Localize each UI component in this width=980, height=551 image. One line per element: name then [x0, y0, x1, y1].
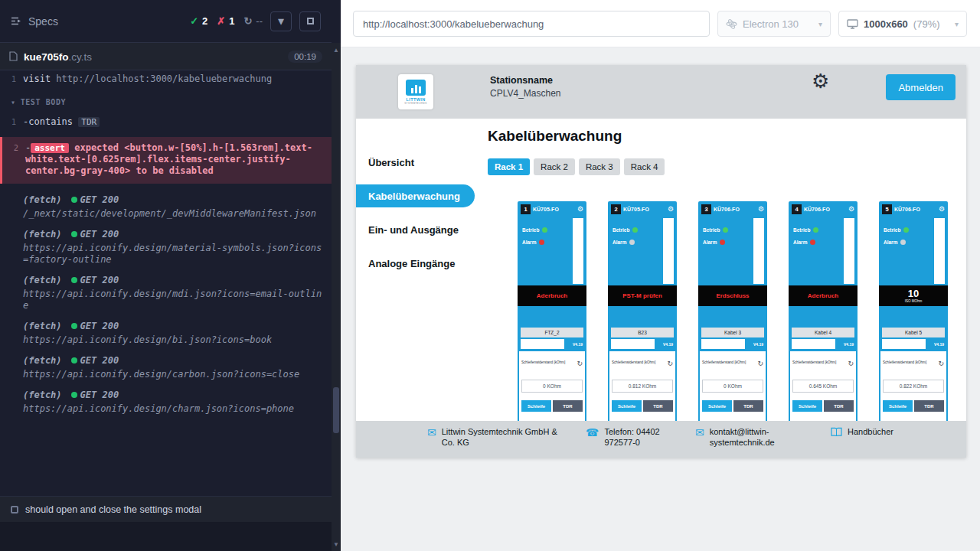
app-viewport: LITTWIN SYSTEMTECHNIK Stationsname CPLV4…: [356, 65, 966, 458]
app-main: Kabelüberwachung Rack 1 Rack 2 Rack 3: [475, 119, 966, 421]
schleife-button[interactable]: Schleife: [612, 400, 642, 412]
card-settings-icon[interactable]: ⚙: [848, 206, 854, 213]
betrieb-led-icon: [542, 227, 547, 233]
card-meter: [934, 218, 945, 284]
stop-icon: [307, 18, 314, 24]
footer-manuals[interactable]: Handbücher: [831, 427, 893, 458]
refresh-icon[interactable]: ↻: [667, 360, 673, 367]
url-input[interactable]: [353, 11, 710, 37]
card-settings-icon[interactable]: ⚙: [577, 206, 583, 213]
scrollbar-thumb[interactable]: [333, 387, 339, 433]
alarm-indicator: Alarm: [793, 240, 839, 245]
phone-icon: ☎: [586, 427, 599, 458]
card-field: [792, 339, 835, 349]
fetch-log-entry[interactable]: (fetch)GET 200 https://api.iconify.desig…: [0, 270, 332, 316]
test-body-section[interactable]: ▾ TEST BODY: [0, 98, 332, 108]
card-meter: [753, 218, 764, 284]
betrieb-indicator: Betrieb: [703, 227, 749, 233]
refresh-icon[interactable]: ↻: [757, 360, 763, 367]
viewport-select[interactable]: 1000x660 (79%) ▾: [838, 11, 967, 37]
viewport-size: 1000x660: [864, 18, 908, 30]
command-visit[interactable]: 1 visit http://localhost:3000/kabelueber…: [0, 70, 332, 88]
footer-phone[interactable]: ☎ Telefon: 04402 972577-0: [586, 427, 695, 458]
fetch-log-entry[interactable]: (fetch)GET 200 /_next/static/development…: [0, 190, 332, 224]
firmware-version: V4.19: [844, 342, 854, 347]
sidebar-item-label: Analoge Eingänge: [368, 258, 455, 269]
rack-tab-label: Rack 3: [586, 162, 613, 171]
station-label: Stationsname: [490, 75, 561, 86]
sidebar-item[interactable]: Analoge Eingänge: [356, 252, 475, 275]
sidebar-item[interactable]: Kabelüberwachung: [356, 184, 475, 207]
tdr-button[interactable]: TDR: [643, 400, 673, 412]
schleife-button[interactable]: Schleife: [792, 400, 822, 412]
scroll-down-icon[interactable]: ▼: [332, 539, 341, 549]
chevron-down-icon: ▾: [818, 20, 822, 28]
alarm-indicator: Alarm: [703, 240, 749, 245]
passed-stat: ✓ 2: [190, 15, 207, 27]
card-number: 5: [882, 204, 892, 214]
command-assert-failed[interactable]: 2 -assert expected <button.w-[50%].h-[1.…: [0, 137, 332, 184]
rack-tab[interactable]: Rack 1: [488, 158, 530, 175]
command-arg: TDR: [78, 117, 100, 127]
card-status-display: Aderbruch: [518, 285, 586, 306]
tdr-button[interactable]: TDR: [553, 400, 583, 412]
collapse-button[interactable]: ▾: [270, 11, 292, 31]
firmware-version: V4.19: [663, 342, 673, 347]
tdr-button[interactable]: TDR: [824, 400, 854, 412]
schleife-button[interactable]: Schleife: [521, 400, 551, 412]
schleife-button[interactable]: Schleife: [702, 400, 732, 412]
rack-tab[interactable]: Rack 4: [624, 158, 665, 175]
fetch-log-entry[interactable]: (fetch)GET 200 https://api.iconify.desig…: [0, 385, 332, 419]
sidebar-item[interactable]: Übersicht: [356, 151, 475, 174]
fetch-tag: (fetch): [23, 275, 62, 285]
logout-button[interactable]: Abmelden: [886, 74, 956, 100]
card-settings-icon[interactable]: ⚙: [939, 206, 945, 213]
browser-select[interactable]: Electron 130 ▾: [717, 11, 831, 37]
rack-tab[interactable]: Rack 3: [579, 158, 620, 175]
fetch-status: GET 200: [80, 275, 119, 285]
card-settings-icon[interactable]: ⚙: [668, 206, 674, 213]
fetch-tag: (fetch): [23, 321, 62, 331]
refresh-icon[interactable]: ↻: [848, 360, 854, 367]
settings-gear-icon[interactable]: ⚙: [812, 71, 829, 91]
spec-name: kue705fo: [24, 51, 69, 63]
footer-email[interactable]: ✉ kontakt@littwin-systemtechnik.de: [695, 427, 831, 458]
schleife-button[interactable]: Schleife: [883, 400, 913, 412]
resistance-label: Schleifenwiderstand [kOhm]: [702, 360, 746, 365]
card-field: [701, 339, 745, 349]
cable-monitor-card: 5 KÜ706-FO ⚙ Betrieb Alarm: [879, 201, 948, 421]
rack-tab-label: Rack 2: [541, 162, 568, 171]
cable-name: Kabel 5: [882, 328, 945, 337]
fetch-log-entry[interactable]: (fetch)GET 200 https://api.iconify.desig…: [0, 316, 332, 350]
runner-footer: should open and close the settings modal: [0, 496, 332, 551]
fetch-log-entry[interactable]: (fetch)GET 200 https://api.iconify.desig…: [0, 224, 332, 270]
refresh-icon[interactable]: ↻: [577, 360, 583, 367]
alarm-led-icon: [900, 240, 906, 245]
card-settings-icon[interactable]: ⚙: [758, 206, 764, 213]
betrieb-indicator: Betrieb: [612, 227, 658, 233]
cable-monitor-card: 4 KÜ706-FO ⚙ Betrieb Alarm: [789, 201, 858, 421]
command-log: 1 visit http://localhost:3000/kabelueber…: [0, 70, 332, 496]
command-contains[interactable]: 1 -contains TDR: [0, 113, 332, 131]
fetch-status: GET 200: [80, 321, 119, 331]
fetch-log-entry[interactable]: (fetch)GET 200 https://api.iconify.desig…: [0, 350, 332, 385]
tdr-button[interactable]: TDR: [733, 400, 763, 412]
tdr-button[interactable]: TDR: [914, 400, 944, 412]
card-number: 2: [611, 204, 621, 214]
log-scrollbar: ▲ ▼: [332, 43, 341, 551]
betrieb-led-icon: [903, 227, 909, 233]
cypress-runner-panel: Specs ✓ 2 ✗ 1 ↻ -- ▾ kue705fo.cy.ts 00:1…: [0, 0, 341, 551]
card-meter: [844, 218, 854, 284]
rack-tab[interactable]: Rack 2: [534, 158, 575, 175]
specs-menu-button[interactable]: Specs: [11, 15, 58, 28]
spec-file-row[interactable]: kue705fo.cy.ts 00:19: [0, 43, 332, 70]
card-model: KÜ705-FO: [533, 207, 559, 212]
stop-button[interactable]: [299, 11, 321, 31]
sidebar-item[interactable]: Ein- und Ausgänge: [356, 218, 475, 241]
refresh-icon[interactable]: ↻: [938, 360, 944, 367]
alarm-indicator: Alarm: [612, 240, 658, 245]
next-test-row[interactable]: should open and close the settings modal: [0, 496, 332, 522]
alarm-indicator: Alarm: [522, 240, 568, 245]
fetch-tag: (fetch): [23, 355, 62, 366]
scroll-up-icon[interactable]: ▲: [332, 44, 341, 55]
